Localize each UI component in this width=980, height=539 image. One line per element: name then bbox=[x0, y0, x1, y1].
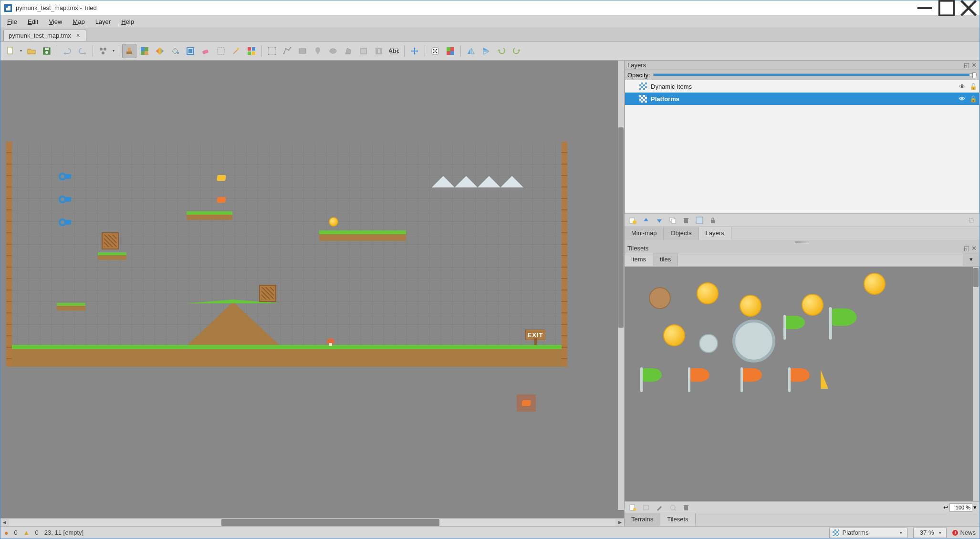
toggle-other-layers-button[interactable] bbox=[694, 215, 705, 226]
layer-item[interactable]: Platforms 👁 🔓 bbox=[625, 93, 979, 105]
tileset-item-flag-green[interactable] bbox=[639, 367, 657, 380]
panel-close-icon[interactable]: ✕ bbox=[971, 245, 977, 252]
random-mode-button[interactable] bbox=[428, 44, 442, 58]
menu-file[interactable]: File bbox=[2, 17, 22, 26]
menu-view[interactable]: View bbox=[44, 17, 67, 26]
move-layer-up-button[interactable] bbox=[641, 215, 651, 226]
command-button[interactable] bbox=[96, 44, 110, 58]
edit-tileset-button[interactable] bbox=[654, 502, 665, 513]
tab-tileset-tiles[interactable]: tiles bbox=[653, 253, 678, 266]
rotate-right-button[interactable] bbox=[510, 44, 524, 58]
map-vertical-scrollbar[interactable] bbox=[618, 61, 624, 510]
tab-objects[interactable]: Objects bbox=[664, 227, 699, 240]
wang-fill-button[interactable] bbox=[443, 44, 458, 58]
tileset-item-flag-orange[interactable] bbox=[740, 367, 757, 380]
tileset-item-coin-gold[interactable] bbox=[740, 295, 761, 317]
tileset-zoom-dropdown[interactable]: ▾ bbox=[973, 504, 977, 511]
tileset-item-coin-gold[interactable] bbox=[697, 282, 719, 304]
status-zoom-selector[interactable]: 37 % ▾ bbox=[913, 528, 947, 538]
menu-layer[interactable]: Layer bbox=[91, 17, 116, 26]
news-button[interactable]: ! News bbox=[952, 529, 976, 536]
save-file-button[interactable] bbox=[40, 44, 54, 58]
map-canvas[interactable]: EXIT bbox=[0, 61, 624, 518]
new-file-button[interactable] bbox=[3, 44, 18, 58]
lock-icon[interactable]: 🔓 bbox=[970, 95, 977, 103]
tileset-vertical-scrollbar[interactable] bbox=[973, 267, 979, 501]
command-dropdown[interactable]: ▾ bbox=[111, 49, 116, 53]
highlight-layer-button[interactable] bbox=[966, 215, 977, 226]
menu-edit[interactable]: Edit bbox=[23, 17, 43, 26]
menu-map[interactable]: Map bbox=[68, 17, 89, 26]
panel-popout-icon[interactable]: ◱ bbox=[964, 245, 970, 252]
tileset-item-flag-green[interactable] bbox=[782, 315, 800, 327]
visibility-icon[interactable]: 👁 bbox=[958, 95, 966, 103]
lock-layers-button[interactable] bbox=[708, 215, 718, 226]
edit-polygons-button[interactable] bbox=[280, 44, 294, 58]
shape-fill-button[interactable] bbox=[183, 44, 198, 58]
tab-tileset-items[interactable]: items bbox=[625, 253, 653, 266]
flip-horizontal-button[interactable] bbox=[464, 44, 478, 58]
layer-item[interactable]: Dynamic Items 👁 🔓 bbox=[625, 80, 979, 93]
tileset-item-coin-gold[interactable] bbox=[864, 273, 886, 295]
export-tileset-button[interactable] bbox=[667, 502, 678, 513]
tileset-item-coin-gold[interactable] bbox=[663, 324, 685, 346]
menu-help[interactable]: Help bbox=[116, 17, 139, 26]
tileset-item-flag-orange[interactable] bbox=[787, 367, 804, 380]
map-horizontal-scrollbar[interactable]: ◀ ▶ bbox=[0, 518, 624, 526]
panel-popout-icon[interactable]: ◱ bbox=[964, 62, 970, 69]
lock-icon[interactable]: 🔓 bbox=[970, 83, 977, 90]
insert-template-button[interactable] bbox=[372, 44, 386, 58]
tileset-item-flag-green[interactable] bbox=[828, 307, 850, 323]
rotate-left-button[interactable] bbox=[494, 44, 509, 58]
bucket-fill-button[interactable] bbox=[168, 44, 182, 58]
close-button[interactable] bbox=[958, 0, 980, 16]
tab-terrains[interactable]: Terrains bbox=[625, 513, 660, 526]
maximize-button[interactable] bbox=[936, 0, 958, 16]
tileset-zoom-input[interactable] bbox=[949, 503, 972, 512]
rect-select-button[interactable] bbox=[214, 44, 228, 58]
select-same-button[interactable] bbox=[244, 44, 259, 58]
scroll-left-icon[interactable]: ◀ bbox=[0, 518, 9, 527]
new-tileset-button[interactable] bbox=[627, 502, 638, 513]
insert-polygon-button[interactable] bbox=[341, 44, 355, 58]
obj-select-button[interactable] bbox=[265, 44, 279, 58]
tileset-view[interactable] bbox=[625, 267, 980, 501]
eraser-button[interactable] bbox=[198, 44, 213, 58]
duplicate-layer-button[interactable] bbox=[667, 215, 678, 226]
tileset-item-coin-silver-large[interactable] bbox=[732, 320, 775, 363]
document-tab[interactable]: pymunk_test_map.tmx ✕ bbox=[3, 30, 86, 41]
visibility-icon[interactable]: 👁 bbox=[958, 83, 966, 90]
opacity-slider[interactable] bbox=[653, 73, 977, 76]
status-layer-selector[interactable]: Platforms ▾ bbox=[829, 528, 907, 538]
tileset-dynamic-wrap-icon[interactable]: ↩ bbox=[943, 504, 949, 511]
remove-tileset-button[interactable] bbox=[681, 502, 691, 513]
open-file-button[interactable] bbox=[24, 44, 39, 58]
tab-layers[interactable]: Layers bbox=[699, 227, 731, 240]
insert-rectangle-button[interactable] bbox=[295, 44, 310, 58]
move-tool-button[interactable] bbox=[407, 44, 422, 58]
error-icon[interactable]: ● bbox=[4, 529, 8, 537]
tileset-item-coin-gold[interactable] bbox=[802, 294, 824, 316]
embed-tileset-button[interactable] bbox=[641, 502, 651, 513]
delete-layer-button[interactable] bbox=[681, 215, 691, 226]
panel-close-icon[interactable]: ✕ bbox=[971, 62, 977, 69]
panel-splitter[interactable] bbox=[625, 240, 980, 244]
scroll-right-icon[interactable]: ▶ bbox=[616, 518, 624, 527]
wang-brush-button[interactable] bbox=[153, 44, 167, 58]
move-layer-down-button[interactable] bbox=[654, 215, 665, 226]
magic-wand-button[interactable] bbox=[229, 44, 243, 58]
stamp-brush-button[interactable] bbox=[122, 44, 136, 58]
new-layer-button[interactable] bbox=[627, 215, 638, 226]
tileset-item-flag-orange[interactable] bbox=[687, 367, 704, 380]
insert-text-button[interactable]: Abc bbox=[387, 44, 401, 58]
terrain-brush-button[interactable] bbox=[137, 44, 152, 58]
tileset-item-coin-silver[interactable] bbox=[699, 334, 718, 353]
redo-button[interactable] bbox=[75, 44, 90, 58]
insert-point-button[interactable] bbox=[311, 44, 325, 58]
tab-tilesets[interactable]: Tilesets bbox=[660, 513, 695, 526]
document-tab-close-icon[interactable]: ✕ bbox=[75, 32, 81, 39]
warning-icon[interactable]: ▲ bbox=[23, 529, 30, 536]
new-file-dropdown[interactable]: ▾ bbox=[19, 49, 23, 53]
tileset-item-coin-bronze[interactable] bbox=[649, 287, 671, 309]
tileset-tabs-dropdown[interactable]: ▾ bbox=[963, 253, 980, 266]
